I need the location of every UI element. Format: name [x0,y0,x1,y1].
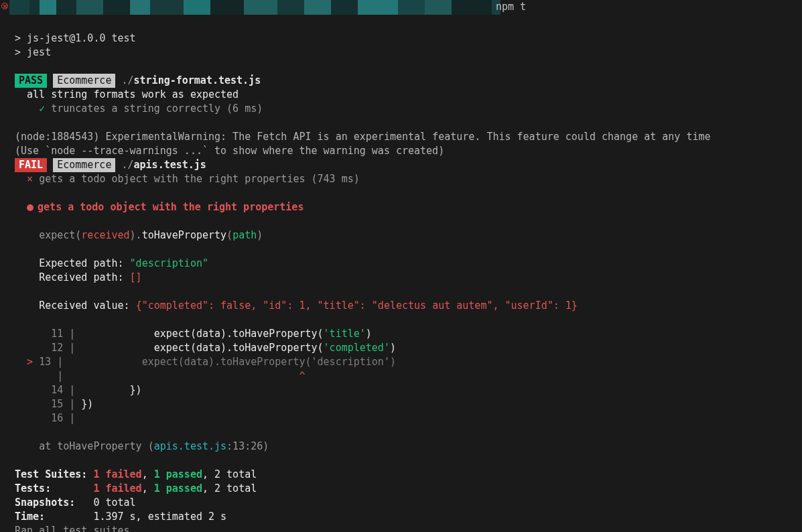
expect-open: ( [226,229,232,241]
src-13a: expect(data). [69,356,220,368]
pass-file: string-format.test.js [134,74,261,86]
node-warning-2: (Use `node --trace-warnings ...` to show… [15,145,444,157]
pass-badge: PASS [15,74,47,88]
snapshots-label: Snapshots: [15,496,93,509]
ln-11: 11 | [39,328,75,340]
suites-total: , 2 total [202,468,257,480]
suites-label: Test Suites: [15,468,93,480]
pass-path-prefix: ./ [121,74,133,86]
received-value: {"completed": false, "id": 1, "title": "… [136,300,578,312]
ln-12: 12 | [39,342,75,354]
suites-passed-w: passed [160,468,202,480]
src-13c: ) [390,356,396,368]
ln-caret: | [39,370,63,382]
fail-badge: FAIL [15,158,47,172]
expect-mid: ). [130,229,142,241]
time-val: 1.397 s, estimated 2 s [93,511,226,523]
src-12s: 'completed' [324,342,390,354]
suites-passed-n: 1 [154,468,160,480]
ln-13: 13 | [39,356,63,368]
received-value-label: Received value: [39,300,136,312]
expected-label: Expected path: [39,257,129,269]
title-command: npm t [496,0,526,14]
tests-failed-w: failed [99,482,141,494]
ln-16: 16 | [39,412,75,424]
tests-total: , 2 total [202,482,257,494]
tests-label: Tests: [15,482,93,494]
stack-file: apis.test.js [154,440,226,452]
src-12a: expect(data).toHaveProperty( [81,342,323,354]
stack-pre: at toHaveProperty ( [39,440,154,452]
expected-value: "description" [130,257,208,269]
ran-line: Ran all test suites. [15,525,136,532]
tests-passed-n: 1 [154,482,160,494]
ln-15: 15 | [39,398,75,410]
src-13m: toHaveProperty [220,356,305,368]
ln-14: 14 | [39,384,75,396]
received-path-label: Received path: [39,271,129,283]
terminal-output: > js-jest@1.0.0 test > jest PASS Ecommer… [0,15,802,532]
project-tag-pass: Ecommerce [53,74,115,88]
tests-passed-w: passed [160,482,202,494]
comma2: , [142,482,154,494]
titlebar-texture [9,0,500,15]
time-label: Time: [15,511,93,523]
fail-test-name: gets a todo object with the right proper… [39,173,360,185]
bullet-icon [27,204,34,211]
fail-path-prefix: ./ [121,159,133,171]
cross-icon: × [27,173,33,185]
src-15a: }) [81,398,93,410]
project-tag-fail: Ecommerce [53,158,115,172]
src-13s: 'description' [312,356,390,368]
window-titlebar: npm t [0,0,802,15]
expect-close: ) [257,229,263,241]
expect-received: received [81,229,129,241]
check-icon: ✓ [39,103,45,115]
src-12b: ) [390,342,396,354]
src-11s: 'title' [324,328,366,340]
comma1: , [142,468,154,480]
npm-run-line-1: > js-jest@1.0.0 test [15,32,136,44]
pass-describe: all string formats work as expected [15,88,239,101]
src-14a: }) [81,384,141,396]
src-13b: ( [306,356,312,368]
failure-heading: gets a todo object with the right proper… [38,201,304,213]
fail-file: apis.test.js [134,159,206,171]
expect-path: path [232,229,257,241]
expect-pre: expect( [39,229,81,241]
snapshots-val: 0 total [93,496,135,509]
expect-matcher: toHaveProperty [142,229,226,241]
npm-run-line-2: > jest [15,46,51,58]
pass-test-name: truncates a string correctly (6 ms) [51,103,263,115]
received-path-value: [] [130,271,142,283]
suites-failed-w: failed [99,468,141,480]
src-11b: ) [366,328,372,340]
node-warning-1: (node:1884543) ExperimentalWarning: The … [15,131,711,143]
src-11a: expect(data).toHaveProperty( [81,328,323,340]
caret-line: ^ [69,370,305,382]
stack-loc: :13:26) [226,440,269,452]
close-icon[interactable] [1,3,8,9]
line-pointer: > [27,356,33,368]
